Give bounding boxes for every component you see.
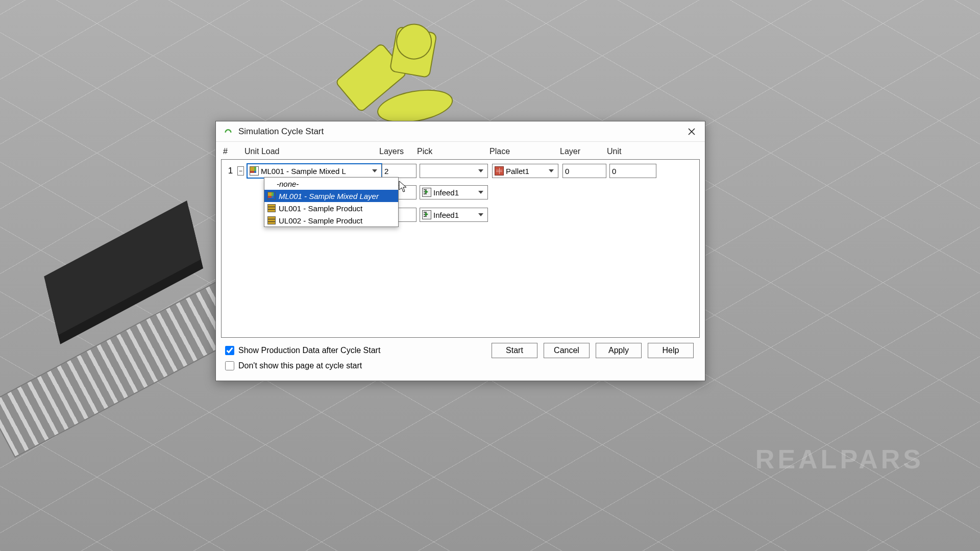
unit-input[interactable] xyxy=(609,164,656,178)
layers-input[interactable] xyxy=(382,164,416,178)
simulation-cycle-start-dialog: Simulation Cycle Start # Unit Load Layer… xyxy=(215,121,705,381)
show-production-label: Show Production Data after Cycle Start xyxy=(238,346,380,355)
pick-value: Infeed1 xyxy=(433,211,476,219)
column-headers: # Unit Load Layers Pick Place Layer Unit xyxy=(221,146,700,159)
dropdown-option-ul002[interactable]: UL002 - Sample Product xyxy=(264,214,398,227)
header-pick: Pick xyxy=(417,147,489,156)
row-number: 1 xyxy=(224,166,237,176)
chevron-down-icon[interactable] xyxy=(547,164,556,178)
collapse-toggle[interactable]: − xyxy=(237,166,244,176)
pallet-icon xyxy=(495,166,504,176)
place-combo[interactable]: Pallet1 xyxy=(492,164,558,178)
option-label: UL001 - Sample Product xyxy=(279,204,362,213)
cancel-button[interactable]: Cancel xyxy=(544,343,590,358)
place-value: Pallet1 xyxy=(506,167,547,176)
pick-combo[interactable]: Infeed1 xyxy=(420,185,488,199)
layer-input[interactable] xyxy=(562,164,606,178)
option-label: -none- xyxy=(277,180,299,188)
show-production-input[interactable] xyxy=(225,346,234,355)
header-layer: Layer xyxy=(560,147,607,156)
unit-load-value: ML001 - Sample Mixed L xyxy=(261,167,370,176)
layer-field[interactable] xyxy=(565,167,604,176)
data-grid: 1 − ML001 - Sample Mixed L xyxy=(221,159,700,338)
help-button[interactable]: Help xyxy=(648,343,694,358)
chevron-down-icon[interactable] xyxy=(476,164,485,178)
mixed-load-icon xyxy=(250,166,259,176)
pick-combo[interactable] xyxy=(420,164,488,178)
unit-load-combo[interactable]: ML001 - Sample Mixed L xyxy=(247,164,382,178)
header-unit: Unit xyxy=(607,147,654,156)
product-icon xyxy=(267,204,276,212)
chevron-down-icon[interactable] xyxy=(370,164,379,178)
infeed-icon xyxy=(422,210,431,219)
mixed-load-icon xyxy=(267,192,276,200)
apply-button[interactable]: Apply xyxy=(596,343,642,358)
dont-show-checkbox[interactable]: Don't show this page at cycle start xyxy=(225,361,362,370)
infeed-icon xyxy=(422,188,431,197)
app-icon xyxy=(223,127,233,137)
titlebar[interactable]: Simulation Cycle Start xyxy=(216,121,705,142)
dont-show-label: Don't show this page at cycle start xyxy=(238,361,362,370)
header-unit-load: Unit Load xyxy=(244,147,379,156)
dialog-title: Simulation Cycle Start xyxy=(238,127,324,137)
header-number: # xyxy=(221,147,244,156)
header-layers: Layers xyxy=(379,147,417,156)
start-button[interactable]: Start xyxy=(492,343,537,358)
product-icon xyxy=(267,216,276,224)
dropdown-option-ul001[interactable]: UL001 - Sample Product xyxy=(264,202,398,214)
dropdown-option-ml001[interactable]: ML001 - Sample Mixed Layer xyxy=(264,190,398,202)
watermark: REALPARS xyxy=(755,444,924,474)
unit-field[interactable] xyxy=(612,167,654,176)
close-button[interactable] xyxy=(682,123,701,140)
dont-show-input[interactable] xyxy=(225,361,234,370)
option-label: UL002 - Sample Product xyxy=(279,216,362,225)
layers-field[interactable] xyxy=(384,167,414,176)
show-production-checkbox[interactable]: Show Production Data after Cycle Start xyxy=(225,346,380,355)
table-row: 1 − ML001 - Sample Mixed L xyxy=(222,161,699,181)
pick-value: Infeed1 xyxy=(433,188,476,197)
dropdown-option-none[interactable]: -none- xyxy=(264,178,398,190)
chevron-down-icon[interactable] xyxy=(476,186,485,199)
header-place: Place xyxy=(489,147,560,156)
option-label: ML001 - Sample Mixed Layer xyxy=(279,192,379,201)
pick-combo[interactable]: Infeed1 xyxy=(420,208,488,222)
chevron-down-icon[interactable] xyxy=(476,208,485,221)
unit-load-dropdown-list[interactable]: -none- ML001 - Sample Mixed Layer UL001 … xyxy=(264,177,399,227)
